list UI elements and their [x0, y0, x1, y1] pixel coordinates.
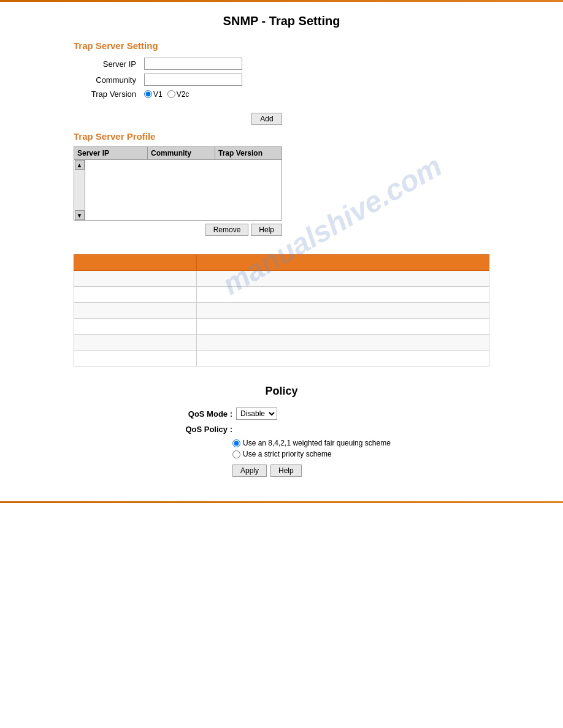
middle-table-row [74, 271, 489, 287]
qos-mode-row: QoS Mode : Disable Enable [159, 408, 404, 420]
community-row: Community [74, 72, 282, 88]
trap-version-cell: V1 V2c [141, 88, 282, 100]
policy-buttons: Apply Help [232, 464, 404, 477]
trap-server-setting-form: Server IP Community Trap Version [74, 56, 526, 100]
profile-data-area [85, 160, 282, 220]
policy-title: Policy [159, 385, 404, 398]
trap-server-profile: Server IP Community Trap Version ▲ ▼ Rem… [74, 146, 526, 236]
qos-policy-label-row: QoS Policy : [159, 425, 404, 434]
trap-version-label: Trap Version [74, 88, 141, 100]
middle-table-row [74, 287, 489, 303]
qos-policy-options: Use an 8,4,2,1 weighted fair queuing sch… [232, 439, 404, 458]
remove-button[interactable]: Remove [205, 224, 249, 236]
trap-version-v2c-text: V2c [177, 90, 190, 99]
profile-col-community: Community [148, 147, 215, 159]
middle-row3-col2 [197, 303, 489, 319]
scroll-down-btn[interactable]: ▼ [75, 210, 85, 220]
qos-policy-option1-text: Use an 8,4,2,1 weighted fair queuing sch… [243, 439, 391, 447]
middle-table-row [74, 319, 489, 335]
profile-table-body: ▲ ▼ [74, 159, 282, 221]
middle-row5-col1 [74, 335, 197, 351]
trap-version-v1-radio[interactable] [144, 90, 152, 98]
add-button[interactable]: Add [251, 113, 282, 125]
middle-row2-col1 [74, 287, 197, 303]
qos-policy-option2-text: Use a strict priority scheme [243, 450, 332, 458]
profile-scrollbar: ▲ ▼ [74, 160, 85, 220]
profile-buttons: Remove Help [74, 224, 282, 236]
middle-header-col2 [197, 255, 489, 271]
qos-policy-radio1[interactable] [232, 439, 240, 447]
server-ip-input[interactable] [144, 58, 242, 70]
community-label: Community [74, 72, 141, 88]
middle-row2-col2 [197, 287, 489, 303]
middle-table-row [74, 335, 489, 351]
middle-row4-col2 [197, 319, 489, 335]
trap-version-row: Trap Version V1 V2c [74, 88, 282, 100]
middle-data-table [74, 254, 489, 366]
trap-server-profile-title: Trap Server Profile [74, 131, 526, 142]
profile-col-trapversion: Trap Version [215, 147, 283, 159]
server-ip-cell [141, 56, 282, 72]
qos-policy-label: QoS Policy : [159, 425, 232, 434]
community-cell [141, 72, 282, 88]
middle-row6-col2 [197, 351, 489, 366]
community-input[interactable] [144, 74, 242, 86]
middle-table-row [74, 351, 489, 366]
middle-table-header-row [74, 255, 489, 271]
trap-version-v2c-label: V2c [167, 90, 190, 99]
profile-table-wrapper: Server IP Community Trap Version ▲ ▼ Rem… [74, 146, 282, 236]
help-button-1[interactable]: Help [251, 224, 282, 236]
qos-policy-option1: Use an 8,4,2,1 weighted fair queuing sch… [232, 439, 404, 447]
scroll-up-btn[interactable]: ▲ [75, 160, 85, 170]
help-button-2[interactable]: Help [270, 464, 302, 477]
qos-mode-select[interactable]: Disable Enable [236, 408, 277, 420]
policy-section: Policy QoS Mode : Disable Enable QoS Pol… [159, 385, 404, 477]
server-ip-row: Server IP [74, 56, 282, 72]
middle-row1-col2 [197, 271, 489, 287]
trap-server-setting-title: Trap Server Setting [74, 40, 526, 51]
profile-table-header: Server IP Community Trap Version [74, 146, 282, 159]
middle-table-section [74, 254, 489, 366]
trap-version-radios: V1 V2c [144, 90, 279, 99]
trap-form-table: Server IP Community Trap Version [74, 56, 282, 100]
trap-version-v1-label: V1 [144, 90, 163, 99]
trap-version-v2c-radio[interactable] [167, 90, 175, 98]
middle-table-row [74, 303, 489, 319]
qos-mode-label: QoS Mode : [159, 409, 232, 419]
qos-policy-option2: Use a strict priority scheme [232, 450, 404, 458]
apply-button[interactable]: Apply [232, 464, 267, 477]
middle-row1-col1 [74, 271, 197, 287]
middle-row6-col1 [74, 351, 197, 366]
server-ip-label: Server IP [74, 56, 141, 72]
trap-version-v1-text: V1 [153, 90, 163, 99]
middle-header-col1 [74, 255, 197, 271]
middle-row3-col1 [74, 303, 197, 319]
add-button-row: Add [74, 113, 282, 125]
qos-policy-radio2[interactable] [232, 450, 240, 458]
middle-row5-col2 [197, 335, 489, 351]
page-title: SNMP - Trap Setting [37, 14, 526, 28]
profile-col-serverip: Server IP [74, 147, 148, 159]
bottom-border [0, 501, 563, 503]
middle-row4-col1 [74, 319, 197, 335]
